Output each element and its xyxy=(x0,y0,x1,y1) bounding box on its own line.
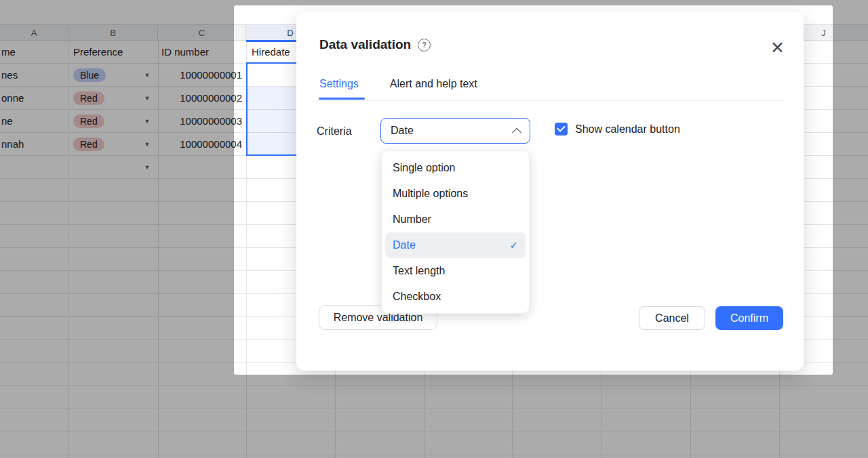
cancel-button[interactable]: Cancel xyxy=(639,306,705,330)
cell-name: ne xyxy=(1,114,13,128)
cell-name: onne xyxy=(1,91,24,105)
cell-name: nes xyxy=(1,68,18,82)
dialog-tabs: Settings Alert and help text xyxy=(319,78,477,90)
menu-option-multiple-options[interactable]: Multiple options xyxy=(385,181,526,207)
check-icon: ✓ xyxy=(509,232,518,258)
criteria-select-value: Date xyxy=(391,125,414,137)
option-chip-red[interactable]: Red xyxy=(73,91,104,105)
column-header-c[interactable]: C xyxy=(158,25,246,40)
tabs-divider xyxy=(317,100,783,101)
spreadsheet-app: A B C D E F G H I J me Preference ID num… xyxy=(0,0,868,458)
cell-dropdown-arrow-icon[interactable]: ▼ xyxy=(141,91,153,105)
checkmark-icon xyxy=(557,123,566,132)
show-calendar-checkbox[interactable] xyxy=(555,123,568,136)
option-label: Multiple options xyxy=(393,181,468,207)
help-icon[interactable]: ? xyxy=(418,39,431,51)
option-chip-blue[interactable]: Blue xyxy=(73,68,106,82)
menu-option-date[interactable]: Date ✓ xyxy=(385,232,526,258)
menu-option-number[interactable]: Number xyxy=(385,207,526,232)
cell-id: 10000000004 xyxy=(159,138,242,151)
option-label: Date xyxy=(393,232,416,258)
cell-name: nnah xyxy=(1,138,24,151)
cell-id-header: ID number xyxy=(161,45,209,59)
option-chip-red[interactable]: Red xyxy=(73,114,104,128)
cell-id: 10000000002 xyxy=(159,91,242,105)
show-calendar-option: Show calendar button xyxy=(555,123,680,136)
cell-dropdown-arrow-icon[interactable]: ▼ xyxy=(141,161,153,174)
cell-hiredate-header: Hiredate xyxy=(252,45,290,59)
chevron-up-icon xyxy=(512,128,521,138)
data-validation-dialog: Data validation ? ✕ Settings Alert and h… xyxy=(296,12,804,371)
cell-preference-header: Preference xyxy=(73,45,123,59)
menu-option-text-length[interactable]: Text length xyxy=(385,258,526,284)
gridline xyxy=(68,41,69,458)
dialog-title: Data validation xyxy=(319,37,411,52)
criteria-dropdown-menu: Single option Multiple options Number Da… xyxy=(381,150,530,314)
criteria-label: Criteria xyxy=(317,125,352,138)
option-chip-red[interactable]: Red xyxy=(73,138,104,151)
show-calendar-label: Show calendar button xyxy=(575,123,680,136)
active-tab-indicator xyxy=(319,98,365,100)
menu-option-checkbox[interactable]: Checkbox xyxy=(385,284,526,310)
option-label: Checkbox xyxy=(393,284,441,310)
confirm-button[interactable]: Confirm xyxy=(715,306,783,330)
cell-dropdown-arrow-icon[interactable]: ▼ xyxy=(141,114,153,128)
cell-dropdown-arrow-icon[interactable]: ▼ xyxy=(141,68,153,82)
cell-name-header: me xyxy=(1,45,16,59)
cell-dropdown-arrow-icon[interactable]: ▼ xyxy=(141,138,153,151)
column-header-a[interactable]: A xyxy=(0,25,68,40)
cell-id: 10000000003 xyxy=(159,114,242,128)
cell-id: 10000000001 xyxy=(159,68,242,82)
close-icon[interactable]: ✕ xyxy=(770,39,785,56)
option-label: Text length xyxy=(393,258,445,284)
column-header-b[interactable]: B xyxy=(68,25,158,40)
option-label: Number xyxy=(393,207,431,232)
option-label: Single option xyxy=(393,155,456,181)
menu-option-single-option[interactable]: Single option xyxy=(385,155,526,181)
tab-settings[interactable]: Settings xyxy=(319,78,359,90)
tab-alert-and-help-text[interactable]: Alert and help text xyxy=(390,78,477,90)
criteria-select[interactable]: Date xyxy=(380,118,530,144)
